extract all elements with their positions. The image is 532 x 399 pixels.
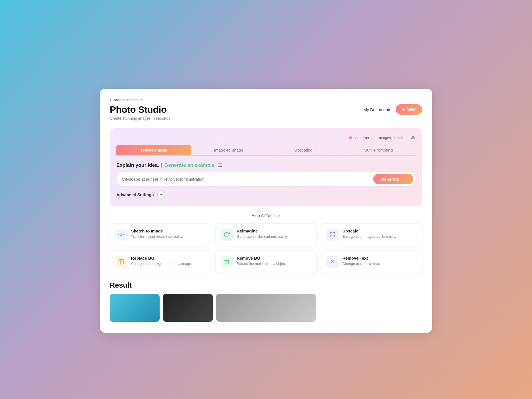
new-button-label: New (406, 107, 416, 112)
sketch-to-image-name: Sketch to Image (131, 229, 183, 233)
model-status-dot (349, 136, 352, 139)
generate-example-link[interactable]: Generate an example (164, 162, 214, 168)
model-badge: sd3-turbo 0 (349, 136, 372, 140)
generate-arrow-icon: → (401, 177, 406, 181)
reimagine-icon (221, 229, 233, 241)
result-thumb-3 (216, 294, 316, 322)
result-row (110, 294, 422, 322)
prompt-label: Explain your idea. | Generate an example… (116, 162, 416, 168)
ai-tool-replace-bg[interactable]: Replace BG Change the background of any … (110, 250, 211, 273)
advanced-settings-toggle-button[interactable]: + (157, 190, 165, 199)
remove-text-desc: Change or remove text. (342, 262, 380, 266)
generate-button[interactable]: Generate → (373, 174, 413, 184)
tab-upscaling[interactable]: Upscaling (266, 145, 341, 155)
svg-rect-3 (330, 232, 332, 234)
tool-area: sd3-turbo 0 Images 0.000 Text-to-Image I… (110, 128, 422, 206)
upscale-desc: Enlarge your images by 4x easily. (342, 234, 396, 239)
svg-rect-6 (333, 235, 334, 237)
prompt-input-row: Generate → (116, 172, 416, 186)
reimagine-desc: Generate similar variants easily. (237, 234, 288, 239)
reimagine-name: Reimagine (237, 229, 288, 233)
page-title: Photo Studio (110, 104, 172, 115)
tab-image-to-image-label: Image-to-Image (214, 148, 243, 152)
svg-point-2 (120, 234, 122, 236)
hide-ai-tools-row[interactable]: Hide AI Tools ∧ (110, 213, 422, 218)
remove-text-name: Remove Text (342, 256, 380, 260)
model-name: sd3-turbo (354, 136, 369, 140)
eye-toggle-button[interactable] (410, 135, 416, 140)
ai-tool-sketch-to-image[interactable]: Sketch to Image Transform your ideas int… (110, 223, 211, 246)
tab-text-to-image[interactable]: Text-to-Image (116, 145, 191, 155)
advanced-settings-label: Advanced Settings (116, 192, 154, 197)
header-row: Photo Studio Create stunning images in s… (110, 104, 422, 121)
replace-bg-desc: Change the background of any image. (131, 262, 192, 266)
images-value: 0.000 (394, 136, 403, 140)
plus-icon: + (402, 107, 405, 112)
tab-multi-prompting[interactable]: Multi-Prompting (341, 145, 416, 155)
back-link[interactable]: ‹ Back to dashboard (110, 98, 422, 102)
sketch-to-image-info: Sketch to Image Transform your ideas int… (131, 229, 183, 239)
new-button[interactable]: + New (396, 104, 422, 115)
remove-bg-name: Remove BG (237, 256, 287, 260)
eye-icon (410, 135, 416, 140)
upscale-name: Upscale (342, 229, 396, 233)
remove-bg-icon (221, 256, 233, 268)
svg-rect-7 (119, 260, 124, 264)
hide-ai-tools-label: Hide AI Tools (251, 213, 275, 218)
tab-multi-prompting-label: Multi-Prompting (364, 148, 393, 152)
upscale-icon (326, 229, 339, 241)
chevron-up-icon: ∧ (278, 213, 281, 218)
remove-text-info: Remove Text Change or remove text. (342, 256, 380, 266)
upscale-info: Upscale Enlarge your images by 4x easily… (342, 229, 396, 239)
tabs-row: Text-to-Image Image-to-Image Upscaling M… (116, 145, 416, 156)
tab-text-to-image-label: Text-to-Image (140, 148, 167, 152)
back-arrow-icon: ‹ (110, 98, 111, 102)
model-info-row: sd3-turbo 0 Images 0.000 (116, 135, 416, 140)
ai-tool-reimagine[interactable]: Reimagine Generate similar variants easi… (215, 223, 316, 246)
tab-upscaling-label: Upscaling (294, 148, 313, 152)
ai-tools-grid: Sketch to Image Transform your ideas int… (110, 223, 422, 273)
svg-rect-4 (333, 232, 334, 234)
back-link-label: Back to dashboard (113, 98, 143, 102)
svg-point-1 (412, 137, 413, 138)
tab-image-to-image[interactable]: Image-to-Image (191, 145, 266, 155)
ai-tool-remove-text[interactable]: Remove Text Change or remove text. (321, 250, 422, 273)
ai-tool-upscale[interactable]: Upscale Enlarge your images by 4x easily… (321, 223, 422, 246)
remove-bg-desc: Extract the main object/subject. (237, 262, 287, 266)
sketch-to-image-icon (115, 229, 127, 241)
result-title: Result (110, 281, 422, 290)
prompt-input[interactable] (122, 177, 373, 181)
result-thumb-2 (163, 294, 213, 322)
reimagine-info: Reimagine Generate similar variants easi… (237, 229, 288, 239)
prompt-label-text: Explain your idea. | (116, 162, 162, 168)
replace-bg-info: Replace BG Change the background of any … (131, 256, 192, 266)
main-card: ‹ Back to dashboard Photo Studio Create … (100, 89, 432, 333)
ai-tool-remove-bg[interactable]: Remove BG Extract the main object/subjec… (215, 250, 316, 273)
list-icon: ☰ (218, 163, 222, 168)
page-subtitle: Create stunning images in seconds. (110, 116, 172, 121)
header-right: My Documents + New (364, 104, 422, 115)
advanced-settings-row: Advanced Settings + (116, 190, 416, 199)
my-documents-button[interactable]: My Documents (364, 107, 391, 112)
remove-text-icon (326, 256, 339, 268)
images-label: Images (379, 136, 391, 140)
replace-bg-icon (115, 256, 127, 268)
sketch-to-image-desc: Transform your ideas into reality. (131, 234, 183, 239)
replace-bg-name: Replace BG (131, 256, 192, 260)
images-info: Images 0.000 (379, 135, 403, 140)
model-count: 0 (370, 136, 372, 140)
svg-rect-5 (330, 235, 332, 237)
header-left: Photo Studio Create stunning images in s… (110, 104, 172, 121)
generate-button-label: Generate (381, 177, 399, 181)
result-thumb-1 (110, 294, 160, 322)
remove-bg-info: Remove BG Extract the main object/subjec… (237, 256, 287, 266)
